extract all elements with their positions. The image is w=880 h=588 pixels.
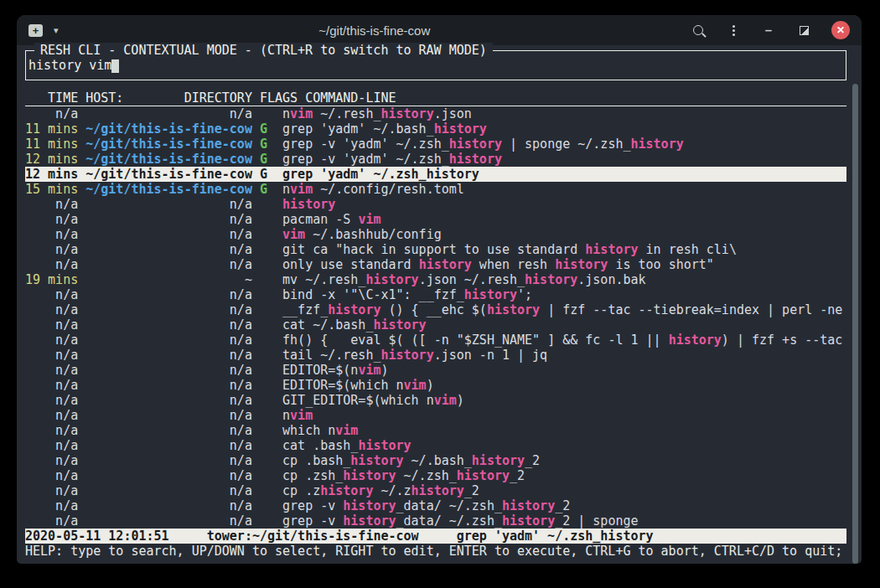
search-button[interactable] xyxy=(691,23,706,38)
search-query: history vim xyxy=(28,58,111,73)
search-panel-title: RESH CLI - CONTEXTUAL MODE - (CTRL+R to … xyxy=(34,43,493,59)
window-title: ~/git/this-is-fine-cow xyxy=(59,23,691,38)
history-row[interactable]: n/a n/a grep -v history_data/ ~/.zsh_his… xyxy=(25,513,846,529)
history-row[interactable]: n/a n/a cp .zhistory ~/.zhistory_2 xyxy=(25,483,846,498)
close-icon: ✕ xyxy=(836,25,845,35)
help-line: HELP: type to search, UP/DOWN to select,… xyxy=(25,544,862,559)
history-row[interactable]: n/a n/a tail ~/.resh_history.json -n 1 |… xyxy=(25,348,846,363)
history-row[interactable]: 11 mins ~/git/this-is-fine-cow G grep 'y… xyxy=(25,121,846,137)
history-row[interactable]: n/a n/a pacman -S vim xyxy=(25,212,846,227)
minimize-button[interactable]: – xyxy=(761,23,776,38)
history-row[interactable]: n/a n/a history xyxy=(25,197,846,212)
history-row[interactable]: n/a n/a grep -v history_data/ ~/.zsh_his… xyxy=(25,498,846,513)
history-row[interactable]: n/a n/a cp .bash_history ~/.bash_history… xyxy=(25,453,846,468)
minimize-icon: – xyxy=(765,26,772,34)
history-row[interactable]: 12 mins ~/git/this-is-fine-cow G grep 'y… xyxy=(25,167,846,182)
history-row[interactable]: n/a n/a GIT_EDITOR=$(which nvim) xyxy=(25,393,846,408)
history-row[interactable]: n/a n/a git ca "hack in support to use s… xyxy=(25,242,846,257)
terminal: RESH CLI - CONTEXTUAL MODE - (CTRL+R to … xyxy=(17,50,862,564)
app-window: + ▾ ~/git/this-is-fine-cow – ✕ RESH C xyxy=(17,15,862,564)
history-row[interactable]: n/a n/a nvim ~/.resh_history.json xyxy=(25,106,846,121)
history-row[interactable]: 12 mins ~/git/this-is-fine-cow G grep -v… xyxy=(25,152,846,167)
search-panel: RESH CLI - CONTEXTUAL MODE - (CTRL+R to … xyxy=(25,50,846,80)
history-row[interactable]: n/a n/a cp .zsh_history ~/.zsh_history_2 xyxy=(25,468,846,483)
history-row[interactable]: 11 mins ~/git/this-is-fine-cow G grep -v… xyxy=(25,137,846,152)
history-row[interactable]: n/a n/a nvim xyxy=(25,408,846,423)
history-row[interactable]: 19 mins ~ mv ~/.resh_history.json ~/.res… xyxy=(25,272,846,287)
table-header: TIME HOST: DIRECTORY FLAGS COMMAND-LINE xyxy=(25,90,846,106)
close-button[interactable]: ✕ xyxy=(831,21,850,39)
history-row[interactable]: n/a n/a cat .bash_history xyxy=(25,438,846,453)
restore-icon xyxy=(800,26,809,35)
search-icon xyxy=(693,25,703,35)
history-table-body: n/a n/a nvim ~/.resh_history.json11 mins… xyxy=(25,106,846,529)
titlebar: + ▾ ~/git/this-is-fine-cow – ✕ xyxy=(17,15,862,45)
history-row[interactable]: n/a n/a fh() { eval $( ([ -n "$ZSH_NAME"… xyxy=(25,333,846,348)
kebab-menu-icon xyxy=(732,29,735,32)
history-row[interactable]: n/a n/a only use standard history when r… xyxy=(25,257,846,272)
history-row[interactable]: n/a n/a vim ~/.bashhub/config xyxy=(25,227,846,242)
history-row[interactable]: n/a n/a EDITOR=$(which nvim) xyxy=(25,378,846,393)
history-row[interactable]: n/a n/a cat ~/.bash_history xyxy=(25,317,846,333)
status-bar: 2020-05-11 12:01:51 tower:~/git/this-is-… xyxy=(25,529,846,544)
history-table: TIME HOST: DIRECTORY FLAGS COMMAND-LINE … xyxy=(25,90,846,529)
plus-icon: + xyxy=(33,24,39,37)
history-row[interactable]: n/a n/a __fzf_history () { __ehc $(histo… xyxy=(25,302,846,317)
text-cursor xyxy=(111,59,119,73)
scrollbar-thumb[interactable] xyxy=(852,84,858,564)
history-row[interactable]: n/a n/a EDITOR=$(nvim) xyxy=(25,363,846,378)
history-row[interactable]: 15 mins ~/git/this-is-fine-cow G nvim ~/… xyxy=(25,182,846,197)
new-tab-button[interactable]: + xyxy=(28,24,43,37)
menu-button[interactable] xyxy=(726,23,741,38)
history-row[interactable]: n/a n/a bind -x '"\C-x1": __fzf_history'… xyxy=(25,287,846,302)
restore-button[interactable] xyxy=(796,23,811,38)
history-row[interactable]: n/a n/a which nvim xyxy=(25,423,846,438)
